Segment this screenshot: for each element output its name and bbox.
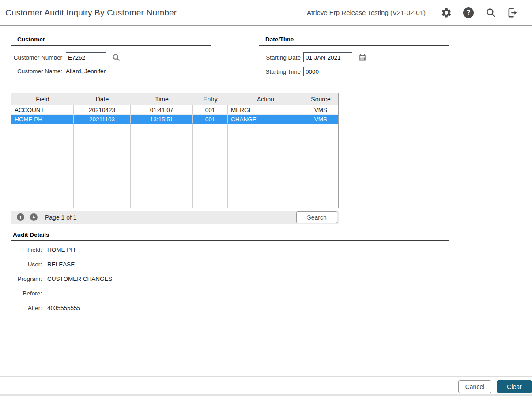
footer-bar: Cancel Clear bbox=[0, 376, 532, 394]
help-button[interactable]: ? bbox=[457, 5, 479, 20]
cell-action: MERGE bbox=[228, 105, 303, 115]
help-icon: ? bbox=[463, 7, 474, 18]
arrow-up-icon bbox=[18, 215, 23, 220]
calendar-icon bbox=[358, 55, 366, 63]
cell-entry: 001 bbox=[193, 105, 228, 115]
starting-time-input[interactable] bbox=[303, 67, 352, 76]
column-header-action[interactable]: Action bbox=[228, 93, 303, 105]
table-empty-area bbox=[11, 124, 338, 208]
table-header-row: FieldDateTimeEntryActionSource bbox=[11, 93, 338, 105]
customer-number-label: Customer Number bbox=[11, 54, 62, 61]
audit-details-section-title: Audit Details bbox=[11, 232, 449, 241]
detail-row: User:RELEASE bbox=[11, 257, 276, 272]
gear-icon bbox=[441, 7, 452, 19]
cell-source: VMS bbox=[303, 115, 338, 124]
detail-value: CUSTOMER CHANGES bbox=[47, 276, 113, 282]
detail-row: Field:HOME PH bbox=[11, 243, 276, 257]
cell-source: VMS bbox=[303, 105, 338, 115]
detail-value: RELEASE bbox=[47, 261, 75, 268]
starting-date-input[interactable] bbox=[303, 52, 352, 62]
cell-time: 01:41:07 bbox=[131, 105, 193, 115]
detail-value: 4035555555 bbox=[47, 305, 80, 311]
column-header-source[interactable]: Source bbox=[303, 93, 338, 105]
signout-button[interactable] bbox=[502, 5, 524, 20]
bottom-edge-strip bbox=[0, 394, 532, 396]
page-up-button[interactable] bbox=[17, 213, 24, 221]
settings-button[interactable] bbox=[435, 5, 457, 20]
empty-cell bbox=[131, 124, 193, 208]
cell-action: CHANGE bbox=[228, 115, 303, 124]
column-header-entry[interactable]: Entry bbox=[193, 93, 228, 105]
cancel-button[interactable]: Cancel bbox=[458, 380, 491, 393]
detail-label: Field: bbox=[11, 247, 42, 253]
page-indicator: Page 1 of 1 bbox=[45, 214, 77, 221]
empty-cell bbox=[74, 124, 131, 208]
starting-date-label: Starting Date bbox=[248, 54, 301, 61]
customer-lookup-button[interactable] bbox=[112, 53, 121, 64]
column-header-time[interactable]: Time bbox=[131, 93, 193, 105]
empty-cell bbox=[193, 124, 228, 208]
detail-label: Before: bbox=[11, 290, 42, 297]
column-header-date[interactable]: Date bbox=[74, 93, 131, 105]
datetime-section-title: Date/Time bbox=[259, 36, 449, 46]
audit-details-list: Field:HOME PHUser:RELEASEProgram:CUSTOME… bbox=[11, 243, 276, 315]
empty-cell bbox=[303, 124, 338, 208]
customer-name-label: Customer Name: bbox=[11, 68, 62, 75]
table-row[interactable]: HOME PH2021110313:15:51001CHANGEVMS bbox=[11, 115, 338, 124]
detail-label: After: bbox=[11, 305, 42, 311]
audit-results-table: FieldDateTimeEntryActionSource ACCOUNT20… bbox=[11, 93, 339, 208]
starting-time-label: Starting Time bbox=[248, 68, 301, 75]
arrow-down-icon bbox=[31, 215, 36, 220]
page-title: Customer Audit Inquiry By Customer Numbe… bbox=[0, 8, 177, 18]
detail-row: Before: bbox=[11, 286, 276, 301]
calendar-button[interactable] bbox=[358, 53, 366, 63]
detail-label: Program: bbox=[11, 276, 42, 282]
empty-cell bbox=[11, 124, 74, 208]
cell-field: ACCOUNT bbox=[11, 105, 74, 115]
empty-cell bbox=[228, 124, 303, 208]
cell-date: 20210423 bbox=[74, 105, 131, 115]
cell-field: HOME PH bbox=[11, 115, 74, 124]
app-header: Customer Audit Inquiry By Customer Numbe… bbox=[0, 0, 532, 26]
table-pagination-bar: Page 1 of 1 Search bbox=[11, 211, 339, 224]
search-icon bbox=[485, 7, 496, 18]
header-actions: Atrieve Erp Release Testing (V21-02-01) … bbox=[307, 5, 532, 20]
search-button[interactable]: Search bbox=[296, 211, 337, 223]
detail-row: Program:CUSTOMER CHANGES bbox=[11, 272, 276, 286]
page-down-button[interactable] bbox=[30, 213, 38, 221]
detail-value: HOME PH bbox=[47, 247, 75, 253]
clear-button[interactable]: Clear bbox=[497, 380, 532, 393]
detail-row: After:4035555555 bbox=[11, 301, 276, 315]
environment-label: Atrieve Erp Release Testing (V21-02-01) bbox=[307, 9, 426, 16]
cell-entry: 001 bbox=[193, 115, 228, 124]
customer-section-title: Customer bbox=[11, 36, 211, 46]
cell-date: 20211103 bbox=[74, 115, 131, 124]
cell-time: 13:15:51 bbox=[131, 115, 193, 124]
global-search-button[interactable] bbox=[479, 5, 502, 20]
signout-icon bbox=[507, 7, 518, 19]
detail-label: User: bbox=[11, 261, 42, 268]
magnifier-icon bbox=[112, 56, 121, 63]
table-body: ACCOUNT2021042301:41:07001MERGEVMSHOME P… bbox=[11, 105, 338, 208]
table-row[interactable]: ACCOUNT2021042301:41:07001MERGEVMS bbox=[11, 105, 338, 115]
column-header-field[interactable]: Field bbox=[11, 93, 74, 105]
customer-number-input[interactable] bbox=[66, 52, 106, 62]
customer-name-value: Allard, Jennifer bbox=[66, 68, 106, 75]
